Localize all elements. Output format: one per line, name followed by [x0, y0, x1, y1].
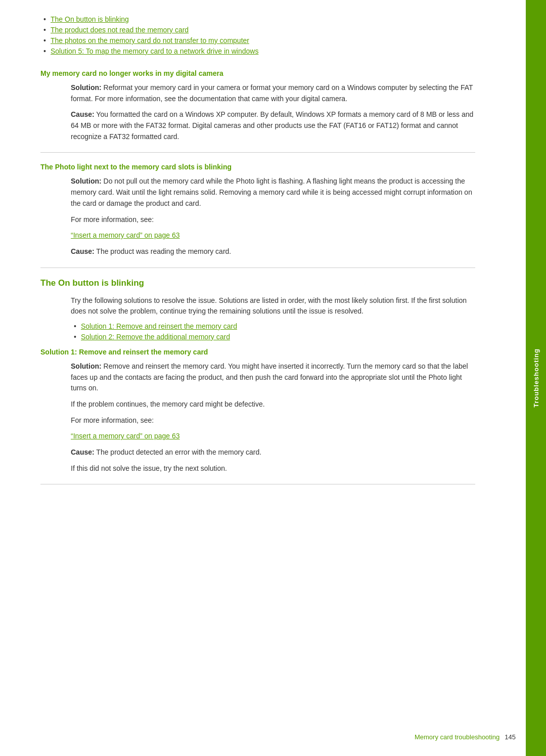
- sub-section1-solution-text: Remove and reinsert the memory card. You…: [71, 362, 468, 392]
- sub-section1-solution: Solution: Remove and reinsert the memory…: [71, 361, 475, 394]
- section2-link-wrap: “Insert a memory card” on page 63: [71, 230, 475, 241]
- solution-label: Solution:: [71, 83, 102, 92]
- section2-solution-text: Do not pull out the memory card while th…: [71, 177, 472, 207]
- sub-section-solution1: Solution 1: Remove and reinsert the memo…: [40, 348, 475, 474]
- section1-solution: Solution: Reformat your memory card in y…: [71, 82, 475, 104]
- sidebar-label: Troubleshooting: [532, 348, 540, 408]
- divider-3: [40, 484, 475, 484]
- sub-link-list: Solution 1: Remove and reinsert the memo…: [71, 322, 475, 341]
- sub-solution-label: Solution:: [71, 362, 102, 370]
- main-section-title: The On button is blinking: [40, 278, 475, 288]
- section2-solution: Solution: Do not pull out the memory car…: [71, 176, 475, 209]
- page-footer: Memory card troubleshooting 145: [415, 733, 516, 741]
- top-link-list: The On button is blinking The product do…: [40, 15, 475, 55]
- main-section-intro: Try the following solutions to resolve t…: [71, 295, 475, 317]
- link-solution5-map[interactable]: Solution 5: To map the memory card to a …: [51, 47, 258, 55]
- sub-cause-text: The product detected an error with the m…: [96, 448, 261, 456]
- section1-cause-text: You formatted the card on a Windows XP c…: [71, 110, 473, 140]
- footer-page-number: 145: [505, 733, 516, 741]
- link-photos-not-transfer[interactable]: The photos on the memory card do not tra…: [51, 36, 249, 45]
- section1-heading: My memory card no longer works in my dig…: [40, 69, 475, 77]
- sub-link-item-2[interactable]: Solution 2: Remove the additional memory…: [81, 333, 475, 341]
- sub-section1-if-problem: If the problem continues, the memory car…: [71, 399, 475, 410]
- sub-section1-next-solution: If this did not solve the issue, try the…: [71, 463, 475, 474]
- sub-section1-cause: Cause: The product detected an error wit…: [71, 447, 475, 458]
- section2-for-more-info: For more information, see:: [71, 214, 475, 226]
- sub-section1-insert-link[interactable]: “Insert a memory card” on page 63: [71, 432, 180, 440]
- sub-link-item-1[interactable]: Solution 1: Remove and reinsert the memo…: [81, 322, 475, 330]
- sub-section1-heading: Solution 1: Remove and reinsert the memo…: [40, 348, 475, 356]
- top-link-item-3[interactable]: The photos on the memory card do not tra…: [51, 36, 475, 45]
- section2-cause: Cause: The product was reading the memor…: [71, 246, 475, 257]
- section-photo-light-blinking: The Photo light next to the memory card …: [40, 163, 475, 257]
- solution-label-2: Solution:: [71, 177, 102, 185]
- main-section-on-button: The On button is blinking Try the follow…: [40, 278, 475, 474]
- section-memory-card-camera: My memory card no longer works in my dig…: [40, 69, 475, 142]
- sub-section1-for-more: For more information, see:: [71, 415, 475, 426]
- sub-cause-label: Cause:: [71, 448, 95, 456]
- top-link-item-4[interactable]: Solution 5: To map the memory card to a …: [51, 47, 475, 55]
- cause-label-2: Cause:: [71, 247, 95, 255]
- section1-solution-text: Reformat your memory card in your camera…: [71, 83, 473, 103]
- divider-1: [40, 152, 475, 153]
- top-link-item-1[interactable]: The On button is blinking: [51, 15, 475, 23]
- link-on-button-blinking[interactable]: The On button is blinking: [51, 15, 129, 23]
- sidebar: Troubleshooting: [526, 0, 546, 756]
- cause-label-1: Cause:: [71, 110, 95, 118]
- section2-cause-text: The product was reading the memory card.: [96, 247, 231, 255]
- section2-heading: The Photo light next to the memory card …: [40, 163, 475, 171]
- top-link-item-2[interactable]: The product does not read the memory car…: [51, 26, 475, 34]
- sub-link-solution1[interactable]: Solution 1: Remove and reinsert the memo…: [81, 322, 237, 330]
- sub-link-solution2[interactable]: Solution 2: Remove the additional memory…: [81, 333, 230, 341]
- section2-insert-link[interactable]: “Insert a memory card” on page 63: [71, 231, 180, 239]
- link-product-not-read[interactable]: The product does not read the memory car…: [51, 26, 189, 34]
- divider-2: [40, 268, 475, 268]
- footer-link[interactable]: Memory card troubleshooting: [415, 733, 499, 741]
- sub-section1-link-wrap: “Insert a memory card” on page 63: [71, 431, 475, 442]
- section1-cause: Cause: You formatted the card on a Windo…: [71, 109, 475, 142]
